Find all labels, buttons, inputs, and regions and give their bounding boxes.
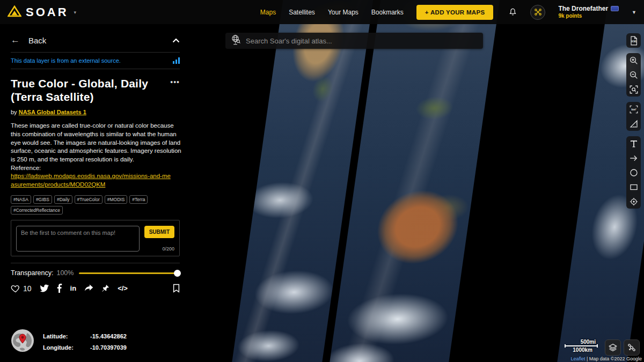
hashtag[interactable]: #NASA [11,195,31,204]
globe-pin-icon [10,328,35,356]
svg-text:km²: km² [631,108,636,111]
like-button[interactable]: 10 [11,284,32,293]
hashtag[interactable]: #MODIS [105,195,128,204]
map-attribution: Leaflet | Map data ©2022 Google [570,356,642,361]
layers-button[interactable] [605,339,621,356]
globe-search-icon [231,34,241,48]
nav-your-maps[interactable]: Your Maps [328,9,358,16]
main-nav: Maps Satellites Your Maps Bookmarks + AD… [260,5,636,20]
comment-box: SUBMIT 0/200 [11,220,180,256]
slider-thumb[interactable] [174,270,181,277]
notifications-bell-icon[interactable] [508,8,517,17]
search-input[interactable] [246,37,478,45]
soar-triangle-icon [8,5,21,19]
cursor-coordinates: Latitude: -15.43642862 Longitude: -10.70… [10,328,127,356]
more-options-button[interactable]: ••• [170,78,180,86]
basemap-switcher [605,339,640,356]
reference-label: Reference: [11,164,180,173]
longitude-label: Longitude: [43,344,90,351]
map-scale: 500mi 1000km [565,339,598,353]
atlas-search-bar [225,33,483,49]
external-layer-bars-icon [173,57,180,64]
soar-logo[interactable]: SOAR ▾ [8,5,76,19]
share-forward-icon[interactable] [84,284,93,292]
top-header: SOAR ▾ Maps Satellites Your Maps Bookmar… [0,0,644,24]
user-menu[interactable]: The Dronefather 9k points [558,5,619,19]
facebook-share-icon[interactable] [57,284,62,293]
leaflet-link[interactable]: Leaflet [570,356,585,361]
search-area-button[interactable] [626,82,641,97]
nav-satellites[interactable]: Satellites [289,9,315,16]
latitude-value: -15.43642862 [90,333,127,339]
user-avatar[interactable] [530,5,545,20]
submit-comment-button[interactable]: SUBMIT [144,226,174,238]
measure-area-button[interactable]: km² [626,102,641,116]
kml-upload-button[interactable]: KML [626,33,641,48]
back-arrow-icon: ← [11,35,20,46]
pin-share-icon[interactable] [101,284,109,292]
scale-miles: 500mi [565,339,598,345]
arrow-annotation-button[interactable] [626,151,641,165]
layer-title: True Color - Global, Daily (Terra Satell… [11,77,172,104]
logo-text: SOAR [26,5,69,19]
hashtag[interactable]: #TrueColor [75,195,103,204]
hashtag-list: #NASA #GIBS #Daily #TrueColor #MODIS #Te… [11,195,180,215]
zoom-in-button[interactable] [626,53,641,68]
like-count: 10 [23,284,32,293]
satellite-view-button[interactable] [624,339,640,356]
bookmark-icon[interactable] [173,284,180,293]
hashtag[interactable]: #Terra [129,195,148,204]
hashtag[interactable]: #Daily [54,195,72,204]
user-points: 9k points [558,13,619,19]
scale-kilometers: 1000km [565,347,598,353]
heart-icon [11,284,20,293]
layer-description: These images are called true-color or na… [11,122,181,164]
map-data-credit: | Map data ©2022 Google [585,356,642,361]
add-your-maps-button[interactable]: + ADD YOUR MAPS [416,5,494,20]
author-link[interactable]: NASA Global Datasets 1 [19,109,86,115]
rectangle-annotation-button[interactable] [626,180,641,194]
collapse-panel-chevron-up-icon[interactable] [172,38,180,43]
measure-distance-button[interactable] [626,116,641,131]
character-counter: 0/200 [162,246,174,252]
byline: by NASA Global Datasets 1 [11,109,180,115]
hashtag[interactable]: #GIBS [33,195,52,204]
back-button[interactable]: ← Back [11,24,180,52]
hashtag[interactable]: #CorrectedReflectance [11,206,63,215]
transparency-label: Transparency: [11,269,53,277]
circle-annotation-button[interactable] [626,165,641,180]
locate-position-button[interactable] [626,194,641,209]
latitude-label: Latitude: [43,333,90,339]
comment-input[interactable] [16,226,140,252]
country-flag-icon [611,6,619,11]
user-chevron-down-icon[interactable]: ▼ [632,10,636,15]
nav-bookmarks[interactable]: Bookmarks [371,9,404,16]
longitude-value: -10.70397039 [90,344,127,351]
zoom-out-button[interactable] [626,68,641,82]
nav-maps[interactable]: Maps [260,9,276,16]
logo-chevron-down-icon[interactable]: ▾ [74,10,77,15]
svg-text:KML: KML [631,40,636,43]
social-actions: 10 in </> [11,281,180,299]
transparency-slider[interactable] [79,272,180,274]
reference-link[interactable]: https://ladsweb.modaps.eosdis.nasa.gov/m… [11,172,172,189]
external-source-notice: This data layer is from an external sour… [11,53,180,69]
map-toolbar: KML km² [626,33,641,209]
text-annotation-button[interactable] [626,136,641,151]
scale-bar [565,345,598,346]
twitter-share-icon[interactable] [40,284,49,292]
layer-detail-panel: ← Back This data layer is from an extern… [0,24,193,362]
linkedin-share-icon[interactable]: in [70,284,77,292]
user-name: The Dronefather [558,5,608,12]
embed-code-icon[interactable]: </> [118,284,128,292]
transparency-value: 100% [56,269,74,277]
